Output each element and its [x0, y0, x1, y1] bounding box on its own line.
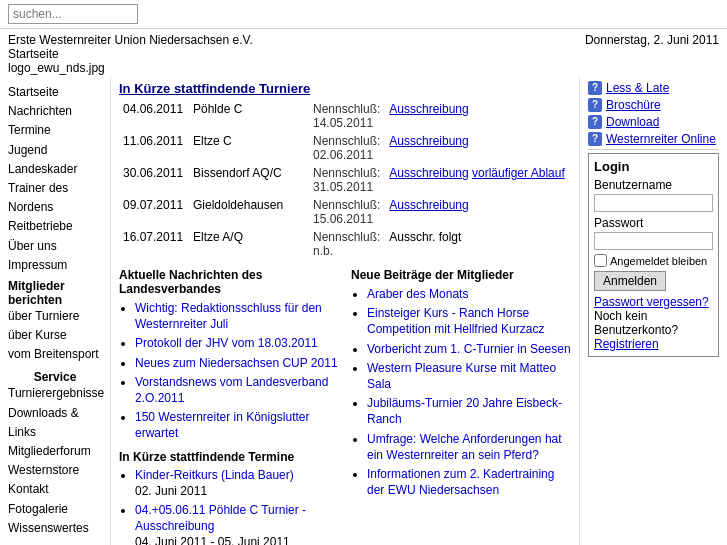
remember-checkbox[interactable]	[594, 254, 607, 267]
tournament-link[interactable]: Ausschreibung	[389, 134, 468, 148]
tournament-nennschluss: Nennschluß:n.b.	[309, 228, 385, 260]
register-link[interactable]: Registrieren	[594, 337, 713, 351]
right-news-item: Western Pleasure Kurse mit Matteo Sala	[367, 360, 571, 392]
tournament-links: Ausschreibung	[385, 100, 571, 132]
right-news-item: Vorbericht zum 1. C-Turnier in Seesen	[367, 341, 571, 357]
help-icon-westernreiter: ?	[588, 132, 602, 146]
username-label: Benutzername	[594, 178, 713, 192]
tournaments-title-link[interactable]: In Kürze stattfindende Turniere	[119, 81, 310, 96]
left-news-list: Wichtig: Redaktionsschluss für den Weste…	[119, 300, 339, 442]
right-news-link[interactable]: Western Pleasure Kurse mit Matteo Sala	[367, 361, 556, 391]
left-subsection-item: 04.+05.06.11 Pöhlde C Turnier - Ausschre…	[135, 502, 339, 545]
left-news-item: Neues zum Niedersachsen CUP 2011	[135, 355, 339, 371]
left-subsection-list: Kinder-Reitkurs (Linda Bauer)02. Juni 20…	[119, 467, 339, 546]
login-links: Passwort vergessen? Noch kein Benutzerko…	[594, 295, 713, 351]
sidebar-item-mitgliederforum[interactable]: Mitgliederforum	[8, 442, 102, 461]
sidebar-item-landeskader[interactable]: Landeskader	[8, 160, 102, 179]
left-news-link[interactable]: Protokoll der JHV vom 18.03.2011	[135, 336, 318, 350]
less-late-row: ? Less & Late	[588, 81, 719, 95]
tournament-link[interactable]: vorläufiger Ablauf	[472, 166, 565, 180]
sidebar-item-ueber-uns[interactable]: Über uns	[8, 237, 102, 256]
right-news-link[interactable]: Umfrage: Welche Anforderungen hat ein We…	[367, 432, 562, 462]
no-account-text: Noch kein Benutzerkonto?	[594, 309, 678, 337]
left-news-link[interactable]: Neues zum Niedersachsen CUP 2011	[135, 356, 338, 370]
left-news-link[interactable]: Wichtig: Redaktionsschluss für den Weste…	[135, 301, 322, 331]
top-bar	[0, 0, 727, 29]
tournament-date: 16.07.2011	[119, 228, 189, 260]
right-news-link[interactable]: Araber des Monats	[367, 287, 468, 301]
tournament-row: 16.07.2011 Eltze A/Q Nennschluß:n.b. Aus…	[119, 228, 571, 260]
sidebar-item-wissenswertes[interactable]: Wissenswertes	[8, 519, 102, 538]
left-news-link[interactable]: 150 Westernreiter in Königslutter erwart…	[135, 410, 310, 440]
username-input[interactable]	[594, 194, 713, 212]
right-news-item: Informationen zum 2. Kadertraining der E…	[367, 466, 571, 498]
right-news-item: Einsteiger Kurs - Ranch Horse Competitio…	[367, 305, 571, 337]
tournament-link[interactable]: Ausschreibung	[389, 166, 468, 180]
right-news: Neue Beiträge der Mitglieder Araber des …	[351, 268, 571, 545]
sidebar-item-nachrichten[interactable]: Nachrichten	[8, 102, 102, 121]
sidebar-item-westernstore[interactable]: Westernstore	[8, 461, 102, 480]
less-late-link[interactable]: Less & Late	[606, 81, 669, 95]
site-title: Erste Westernreiter Union Niedersachsen …	[8, 33, 253, 47]
sidebar-item-termine[interactable]: Termine	[8, 121, 102, 140]
right-news-link[interactable]: Vorbericht zum 1. C-Turnier in Seesen	[367, 342, 571, 356]
right-news-item: Jubiläums-Turnier 20 Jahre Eisbeck-Ranch	[367, 395, 571, 427]
brochure-link[interactable]: Broschüre	[606, 98, 661, 112]
left-news-item: 150 Westernreiter in Königslutter erwart…	[135, 409, 339, 441]
sidebar-item-fotogalerie[interactable]: Fotogalerie	[8, 500, 102, 519]
tournament-date: 11.06.2011	[119, 132, 189, 164]
sidebar: Startseite Nachrichten Termine Jugend La…	[0, 77, 110, 545]
sidebar-item-impressum[interactable]: Impressum	[8, 256, 102, 275]
sidebar-item-jugend[interactable]: Jugend	[8, 141, 102, 160]
sidebar-item-turnierergebnisse[interactable]: Turnierergebnisse	[8, 384, 102, 403]
right-panel: ? Less & Late ? Broschüre ? Download ? W…	[579, 77, 727, 545]
login-button[interactable]: Anmelden	[594, 271, 666, 291]
sidebar-item-kontakt[interactable]: Kontakt	[8, 480, 102, 499]
left-subsection-item: Kinder-Reitkurs (Linda Bauer)02. Juni 20…	[135, 467, 339, 499]
left-subsection-title: In Kürze stattfindende Termine	[119, 450, 339, 464]
subsection-date: 04. Juni 2011 - 05. Juni 2011	[135, 535, 290, 545]
password-label: Passwort	[594, 216, 713, 230]
forgot-password-link[interactable]: Passwort vergessen?	[594, 295, 713, 309]
right-news-title: Neue Beiträge der Mitglieder	[351, 268, 571, 282]
lower-content: Aktuelle Nachrichten des Landesverbandes…	[119, 268, 571, 545]
download-link[interactable]: Download	[606, 115, 659, 129]
left-news-link[interactable]: Vorstandsnews vom Landesverband 2.O.2011	[135, 375, 328, 405]
tournament-link[interactable]: Ausschreibung	[389, 102, 468, 116]
right-news-link[interactable]: Einsteiger Kurs - Ranch Horse Competitio…	[367, 306, 544, 336]
subsection-date: 02. Juni 2011	[135, 484, 207, 498]
tournament-date: 04.06.2011	[119, 100, 189, 132]
left-subsection-link[interactable]: Kinder-Reitkurs (Linda Bauer)	[135, 468, 294, 482]
divider	[588, 149, 719, 150]
left-news-item: Wichtig: Redaktionsschluss für den Weste…	[135, 300, 339, 332]
tournaments-title: In Kürze stattfindende Turniere	[119, 81, 571, 96]
sidebar-item-downloads[interactable]: Downloads & Links	[8, 404, 102, 442]
sidebar-item-trainer[interactable]: Trainer des Nordens	[8, 179, 102, 217]
logo-name: logo_ewu_nds.jpg	[8, 61, 253, 75]
header-date: Donnerstag, 2. Juni 2011	[585, 33, 719, 75]
westernreiter-online-link[interactable]: Westernreiter Online	[606, 132, 716, 146]
sidebar-item-startseite[interactable]: Startseite	[8, 83, 102, 102]
remember-label: Angemeldet bleiben	[610, 255, 707, 267]
main-layout: Startseite Nachrichten Termine Jugend La…	[0, 77, 727, 545]
tournament-location: Gieldoldehausen	[189, 196, 309, 228]
tournament-link[interactable]: Ausschreibung	[389, 198, 468, 212]
login-title: Login	[594, 159, 713, 174]
sidebar-item-ueber-kurse[interactable]: über Kurse	[8, 326, 102, 345]
sidebar-item-reitbetriebe[interactable]: Reitbetriebe	[8, 217, 102, 236]
left-subsection-link[interactable]: 04.+05.06.11 Pöhlde C Turnier - Ausschre…	[135, 503, 306, 533]
help-icon-download: ?	[588, 115, 602, 129]
password-input[interactable]	[594, 232, 713, 250]
tournament-date: 09.07.2011	[119, 196, 189, 228]
left-news-item: Protokoll der JHV vom 18.03.2011	[135, 335, 339, 351]
tournament-row: 11.06.2011 Eltze C Nennschluß:02.06.2011…	[119, 132, 571, 164]
tournament-nennschluss: Nennschluß:02.06.2011	[309, 132, 385, 164]
search-input[interactable]	[8, 4, 138, 24]
tournament-location: Eltze C	[189, 132, 309, 164]
sidebar-item-ueber-turniere[interactable]: über Turniere	[8, 307, 102, 326]
right-news-link[interactable]: Jubiläums-Turnier 20 Jahre Eisbeck-Ranch	[367, 396, 562, 426]
help-icon-brochure: ?	[588, 98, 602, 112]
right-news-link[interactable]: Informationen zum 2. Kadertraining der E…	[367, 467, 554, 497]
sidebar-item-vom-breitensport[interactable]: vom Breitensport	[8, 345, 102, 364]
content: In Kürze stattfindende Turniere 04.06.20…	[110, 77, 579, 545]
